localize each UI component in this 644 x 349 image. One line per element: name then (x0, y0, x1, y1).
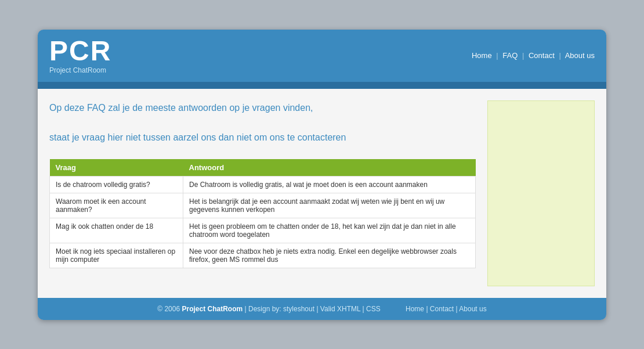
faq-vraag-2: Mag ik ook chatten onder de 18 (50, 218, 183, 243)
table-row: Mag ik ook chatten onder de 18Het is gee… (50, 218, 476, 243)
header-nav: Home | FAQ | Contact | About us (472, 51, 595, 60)
faq-vraag-3: Moet ik nog iets speciaal installeren op… (50, 243, 183, 268)
nav-about[interactable]: About us (565, 51, 595, 60)
table-row: Is de chatroom volledig gratis?De Chatro… (50, 177, 476, 193)
intro-line2: staat je vraag hier niet tussen aarzel o… (49, 130, 476, 145)
page-wrapper: PCR Project ChatRoom Home | FAQ | Contac… (38, 30, 606, 320)
nav-sep-1: | (496, 51, 498, 60)
footer: © 2006 Project ChatRoom | Design by: sty… (38, 298, 606, 320)
footer-designer[interactable]: styleshout (283, 305, 314, 313)
logo-subtitle: Project ChatRoom (49, 66, 111, 74)
table-row: Moet ik nog iets speciaal installeren op… (50, 243, 476, 268)
nav-sep-2: | (522, 51, 524, 60)
footer-nav-contact[interactable]: Contact (430, 305, 454, 313)
faq-table: Vraag Antwoord Is de chatroom volledig g… (49, 159, 476, 268)
nav-contact[interactable]: Contact (529, 51, 555, 60)
footer-css[interactable]: CSS (366, 305, 381, 313)
divider-bar (38, 82, 606, 89)
footer-site-name[interactable]: Project ChatRoom (182, 305, 243, 313)
col-antwoord: Antwoord (183, 159, 476, 177)
logo-area: PCR Project ChatRoom (49, 37, 111, 74)
faq-vraag-0: Is de chatroom volledig gratis? (50, 177, 183, 193)
intro-text: Op deze FAQ zal je de meeste antwoorden … (49, 100, 476, 145)
nav-home[interactable]: Home (472, 51, 492, 60)
nav-sep-3: | (559, 51, 560, 60)
faq-antwoord-0: De Chatroom is volledig gratis, al wat j… (183, 177, 476, 193)
faq-vraag-1: Waarom moet ik een account aanmaken? (50, 193, 183, 218)
nav-faq[interactable]: FAQ (502, 51, 518, 60)
faq-antwoord-3: Nee voor deze chatbox heb je niets extra… (183, 243, 476, 268)
footer-nav-about[interactable]: About us (459, 305, 486, 313)
logo-pcr[interactable]: PCR (49, 37, 111, 65)
footer-design-by: Design by: (248, 305, 281, 313)
faq-antwoord-2: Het is geen probleem om te chatten onder… (183, 218, 476, 243)
intro-line1: Op deze FAQ zal je de meeste antwoorden … (49, 100, 476, 116)
main-area: Op deze FAQ zal je de meeste antwoorden … (38, 89, 606, 298)
header: PCR Project ChatRoom Home | FAQ | Contac… (38, 30, 606, 82)
footer-nav-home[interactable]: Home (406, 305, 424, 313)
col-vraag: Vraag (50, 159, 183, 177)
footer-xhtml[interactable]: Valid XHTML (320, 305, 360, 313)
table-row: Waarom moet ik een account aanmaken?Het … (50, 193, 476, 218)
table-header-row: Vraag Antwoord (50, 159, 476, 177)
content-left: Op deze FAQ zal je de meeste antwoorden … (49, 100, 487, 286)
faq-antwoord-1: Het is belangrijk dat je een account aan… (183, 193, 476, 218)
footer-copyright: © 2006 (157, 305, 180, 313)
sidebar (487, 100, 595, 286)
